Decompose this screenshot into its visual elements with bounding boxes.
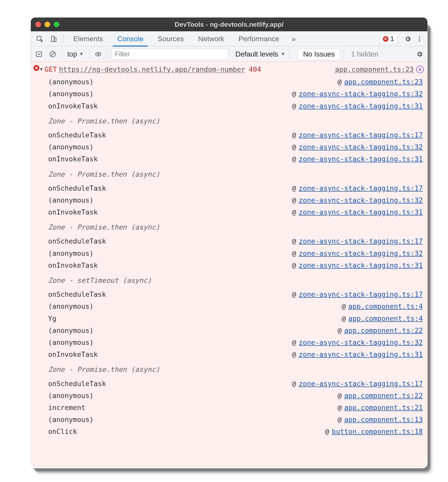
- stack-frame-function: (anonymous): [48, 301, 94, 312]
- stack-frame-function: onInvokeTask: [48, 349, 98, 360]
- request-url[interactable]: https://ng-devtools.netlify.app/random-n…: [59, 64, 245, 75]
- at-symbol: @: [325, 426, 329, 437]
- console-sidebar-toggle-icon[interactable]: [33, 49, 45, 60]
- stack-frame-function: (anonymous): [48, 88, 94, 99]
- at-symbol: @: [292, 289, 296, 300]
- source-link[interactable]: app.component.ts:22: [344, 325, 423, 336]
- at-symbol: @: [292, 130, 296, 140]
- async-stack-label: Zone - Promise.then (async): [31, 360, 427, 377]
- at-symbol: @: [292, 378, 296, 389]
- source-link[interactable]: zone-async-stack-tagging.ts:17: [299, 130, 423, 140]
- source-link[interactable]: app.component.ts:22: [344, 390, 423, 401]
- titlebar: DevTools - ng-devtools.netlify.app/: [31, 18, 427, 31]
- at-symbol: @: [292, 141, 296, 152]
- source-link[interactable]: app.component.ts:23: [344, 76, 423, 87]
- source-link[interactable]: zone-async-stack-tagging.ts:31: [299, 153, 423, 164]
- async-stack-label: Zone - setTimeout (async): [31, 271, 427, 288]
- source-link[interactable]: zone-async-stack-tagging.ts:31: [299, 101, 423, 111]
- stack-frame-function: onScheduleTask: [48, 378, 106, 389]
- at-symbol: @: [292, 101, 296, 111]
- async-stack-label: Zone - Promise.then (async): [31, 165, 427, 182]
- source-link[interactable]: button.component.ts:18: [332, 426, 423, 437]
- tab-elements[interactable]: Elements: [66, 31, 110, 46]
- source-link[interactable]: app.component.ts:4: [348, 313, 423, 324]
- source-link[interactable]: zone-async-stack-tagging.ts:17: [299, 236, 423, 247]
- at-symbol: @: [338, 414, 342, 425]
- source-link[interactable]: zone-async-stack-tagging.ts:32: [299, 88, 423, 99]
- stack-frame: onScheduleTask@zone-async-stack-tagging.…: [31, 235, 427, 247]
- tab-network[interactable]: Network: [191, 31, 231, 46]
- filter-input[interactable]: [111, 49, 228, 60]
- source-link[interactable]: zone-async-stack-tagging.ts:31: [299, 349, 423, 360]
- hidden-count: 1 hidden: [351, 50, 378, 58]
- async-stack-label: Zone - Promise.then (async): [31, 218, 427, 235]
- device-toolbar-icon[interactable]: [47, 33, 60, 45]
- disclosure-triangle-icon[interactable]: ▼: [40, 66, 45, 73]
- stack-frame-function: onScheduleTask: [48, 183, 106, 194]
- settings-icon[interactable]: [402, 35, 413, 42]
- stack-frame-function: (anonymous): [48, 390, 94, 401]
- stack-frame: (anonymous)@zone-async-stack-tagging.ts:…: [31, 336, 427, 348]
- stack-frame-function: (anonymous): [48, 248, 94, 259]
- stack-frame-function: increment: [48, 402, 85, 413]
- error-count-chip[interactable]: ✕ 1: [380, 34, 397, 44]
- source-link[interactable]: app.component.ts:4: [348, 301, 423, 312]
- window-close-button[interactable]: [35, 22, 41, 27]
- http-status: 404: [249, 64, 261, 75]
- source-link[interactable]: zone-async-stack-tagging.ts:32: [299, 141, 423, 152]
- toolbar-separator: [289, 49, 289, 59]
- async-stack-label: Zone - Promise.then (async): [31, 112, 427, 129]
- tab-sources[interactable]: Sources: [150, 31, 191, 46]
- source-link[interactable]: zone-async-stack-tagging.ts:17: [299, 289, 423, 300]
- log-levels-label: Default levels: [235, 50, 278, 58]
- source-link[interactable]: app.component.ts:21: [344, 402, 423, 413]
- source-link[interactable]: zone-async-stack-tagging.ts:32: [299, 248, 423, 259]
- async-cause-icon[interactable]: ⇅: [416, 66, 424, 73]
- window-zoom-button[interactable]: [54, 22, 59, 27]
- source-link[interactable]: zone-async-stack-tagging.ts:32: [299, 337, 423, 348]
- stack-frame: onClick@button.component.ts:18: [31, 426, 427, 437]
- svg-point-5: [419, 40, 420, 41]
- more-tabs-icon[interactable]: »: [286, 31, 301, 46]
- stack-frame: onInvokeTask@zone-async-stack-tagging.ts…: [31, 206, 427, 218]
- error-icon: ✕: [383, 36, 388, 42]
- log-levels-selector[interactable]: Default levels ▼: [231, 50, 285, 58]
- at-symbol: @: [342, 301, 346, 312]
- source-link[interactable]: zone-async-stack-tagging.ts:31: [299, 207, 423, 218]
- window-minimize-button[interactable]: [45, 22, 50, 27]
- source-link[interactable]: zone-async-stack-tagging.ts:31: [299, 260, 423, 271]
- stack-frame: (anonymous)@app.component.ts:22: [31, 390, 427, 402]
- context-selector[interactable]: top ▼: [66, 50, 85, 58]
- console-settings-icon[interactable]: [414, 51, 425, 58]
- stack-frame-function: (anonymous): [48, 195, 94, 206]
- toolbar-separator: [63, 34, 63, 44]
- stack-frame-function: (anonymous): [48, 76, 94, 87]
- svg-point-4: [419, 38, 420, 39]
- more-options-icon[interactable]: [414, 35, 425, 42]
- main-toolbar: Elements Console Sources Network Perform…: [31, 31, 427, 47]
- at-symbol: @: [338, 325, 342, 336]
- source-link[interactable]: zone-async-stack-tagging.ts:32: [299, 195, 423, 206]
- live-expression-icon[interactable]: [93, 49, 104, 60]
- source-link[interactable]: app.component.ts:13: [344, 414, 423, 425]
- source-link[interactable]: zone-async-stack-tagging.ts:17: [299, 183, 423, 194]
- at-symbol: @: [292, 349, 296, 360]
- at-symbol: @: [338, 390, 342, 401]
- stack-frame-function: onClick: [48, 426, 77, 437]
- stack-frame: (anonymous)@zone-async-stack-tagging.ts:…: [31, 247, 427, 259]
- svg-point-3: [419, 36, 420, 37]
- tab-console[interactable]: Console: [110, 31, 151, 46]
- chevron-down-icon: ▼: [79, 51, 84, 57]
- issues-button[interactable]: No Issues: [298, 48, 340, 60]
- stack-frame: (anonymous)@zone-async-stack-tagging.ts:…: [31, 88, 427, 100]
- context-selector-value: top: [67, 50, 77, 58]
- console-error-row[interactable]: ▼ GET https://ng-devtools.netlify.app/ra…: [31, 63, 427, 76]
- stack-frame: (anonymous)@app.component.ts:23: [31, 76, 427, 88]
- clear-console-icon[interactable]: [47, 49, 58, 60]
- at-symbol: @: [292, 236, 296, 247]
- source-link[interactable]: app.component.ts:23: [335, 64, 414, 75]
- at-symbol: @: [292, 88, 296, 99]
- inspect-element-icon[interactable]: [33, 33, 46, 45]
- source-link[interactable]: zone-async-stack-tagging.ts:17: [299, 378, 423, 389]
- tab-performance[interactable]: Performance: [231, 31, 286, 46]
